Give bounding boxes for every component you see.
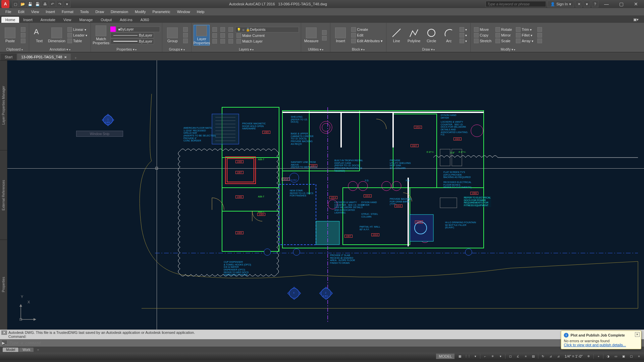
status-scale[interactable]: 1/4" = 1'-0" bbox=[562, 354, 585, 358]
qat-plot-icon[interactable]: 🖶 bbox=[42, 1, 48, 7]
draw-m1[interactable]: ▾ bbox=[458, 27, 468, 32]
panel-title-groups[interactable]: Groups ▾ bbox=[164, 47, 189, 52]
status-osnap-icon[interactable]: ◻ bbox=[506, 353, 514, 359]
fillet-button[interactable]: Fillet ▾ bbox=[515, 33, 534, 38]
help-down-icon[interactable]: ▾ bbox=[584, 1, 590, 7]
clip-more-button[interactable] bbox=[19, 38, 27, 44]
status-s1-icon[interactable]: ✲ bbox=[585, 353, 592, 359]
ribbon-tab-output[interactable]: Output bbox=[97, 17, 116, 23]
status-ortho-icon[interactable]: ⌐ bbox=[481, 353, 489, 359]
draw-m3[interactable]: ▾ bbox=[458, 38, 468, 44]
status-model[interactable]: MODEL bbox=[436, 354, 454, 359]
status-polar-icon[interactable]: ✳ bbox=[489, 353, 496, 359]
status-trans-icon[interactable]: ▤ bbox=[530, 353, 537, 359]
layer-properties-button[interactable]: Layer Properties bbox=[194, 25, 210, 46]
status-grid-icon[interactable]: ▦ bbox=[456, 353, 464, 359]
ribbon-tab-view[interactable]: View bbox=[59, 17, 75, 23]
insert-button[interactable]: Insert bbox=[332, 25, 348, 46]
close-button[interactable]: ✕ bbox=[629, 1, 643, 7]
menu-draw[interactable]: Draw bbox=[92, 10, 107, 14]
ribbon-tab-a360[interactable]: A360 bbox=[137, 17, 153, 23]
add-tab-button[interactable]: ＋ bbox=[71, 55, 79, 60]
status-qp-icon[interactable]: ▣ bbox=[620, 353, 627, 359]
table-button[interactable]: Table bbox=[66, 38, 89, 44]
draw-m2[interactable]: ▾ bbox=[458, 33, 468, 38]
side-tab-props[interactable]: Properties bbox=[0, 240, 7, 329]
util1-button[interactable] bbox=[321, 30, 328, 35]
make-current-button[interactable]: Make Current bbox=[235, 33, 266, 38]
linetype-combo[interactable]: ByLayer bbox=[110, 33, 154, 38]
menu-dimension[interactable]: Dimension bbox=[107, 10, 131, 14]
status-otrack-icon[interactable]: ∠ bbox=[514, 353, 522, 359]
layer-m2-button[interactable] bbox=[219, 39, 226, 44]
menu-edit[interactable]: Edit bbox=[15, 10, 28, 14]
menu-window[interactable]: Window bbox=[174, 10, 194, 14]
status-custom-icon[interactable]: ≡ bbox=[635, 353, 643, 359]
side-tab-xrefs[interactable]: External References bbox=[0, 150, 7, 240]
status-more1-icon[interactable]: ▾ bbox=[472, 353, 479, 359]
ribbon-tab-add-ins[interactable]: Add-ins bbox=[116, 17, 136, 23]
status-lw-icon[interactable]: ≡ bbox=[522, 353, 529, 359]
layer-uniso-button[interactable] bbox=[219, 33, 226, 38]
help-search-input[interactable] bbox=[486, 1, 546, 7]
mod-m1[interactable] bbox=[536, 27, 543, 32]
status-monitor-icon[interactable]: ◑ bbox=[604, 353, 612, 359]
dimension-button[interactable]: Dimension bbox=[49, 25, 65, 46]
groupedit-button[interactable] bbox=[182, 33, 189, 38]
panel-title-properties[interactable]: Properties ▾ bbox=[93, 47, 160, 52]
panel-title-utilities[interactable]: Utilities ▾ bbox=[303, 47, 328, 52]
maximize-button[interactable]: ▢ bbox=[614, 1, 628, 7]
util2-button[interactable] bbox=[321, 36, 328, 41]
mod-m3[interactable] bbox=[536, 38, 543, 44]
mod-m2[interactable] bbox=[536, 33, 543, 38]
copy2-button[interactable]: Copy bbox=[473, 33, 493, 38]
ribbon-tab-home[interactable]: Home bbox=[1, 17, 19, 23]
status-snap-icon[interactable]: ⋮⋮ bbox=[464, 353, 471, 359]
match-layer-button[interactable]: Match Layer bbox=[235, 39, 264, 44]
text-button[interactable]: AText bbox=[31, 25, 47, 46]
notify-close-button[interactable]: ✕ bbox=[635, 332, 640, 337]
paste-button[interactable]: Paste bbox=[2, 25, 18, 46]
qat-open-icon[interactable]: 📂 bbox=[19, 1, 26, 7]
panel-title-modify[interactable]: Modify ▾ bbox=[473, 47, 543, 52]
qat-save-icon[interactable]: 💾 bbox=[27, 1, 34, 7]
work-tab[interactable]: Work bbox=[19, 348, 34, 352]
arc-button[interactable]: Arc bbox=[441, 25, 457, 46]
panel-title-clipboard[interactable]: Clipboard bbox=[2, 47, 27, 52]
line-button[interactable]: Line bbox=[388, 25, 405, 46]
qat-redo-icon[interactable]: ↷ bbox=[56, 1, 63, 7]
layer-m1-button[interactable] bbox=[211, 39, 218, 44]
status-anno-icon[interactable]: ⊿ bbox=[547, 353, 554, 359]
file-tab-active[interactable]: 13-096-FP01-TAGS_T48✕ bbox=[17, 54, 71, 60]
panel-title-annotation[interactable]: Annotation ▾ bbox=[31, 47, 89, 52]
panel-title-layers[interactable]: Layers ▾ bbox=[194, 47, 299, 52]
status-iso-icon[interactable]: ▾ bbox=[497, 353, 504, 359]
close-tab-icon[interactable]: ✕ bbox=[64, 55, 67, 59]
lineweight-combo[interactable]: ByLayer bbox=[110, 39, 154, 44]
rotate-button[interactable]: Rotate bbox=[494, 27, 513, 32]
layer-iso-button[interactable] bbox=[211, 33, 218, 38]
menu-help[interactable]: Help bbox=[194, 10, 208, 14]
qat-saveas-icon[interactable]: 💾 bbox=[34, 1, 41, 7]
model-tab[interactable]: Model bbox=[3, 348, 18, 352]
status-units-icon[interactable]: ▭ bbox=[612, 353, 620, 359]
side-tab-layers[interactable]: Layer Properties Manager bbox=[0, 60, 7, 150]
menu-format[interactable]: Format bbox=[58, 10, 77, 14]
minimize-button[interactable]: — bbox=[600, 1, 613, 7]
measure-button[interactable]: Measure bbox=[303, 25, 319, 46]
mirror-button[interactable]: Mirror bbox=[494, 33, 513, 38]
app-icon[interactable] bbox=[1, 0, 9, 8]
stretch-button[interactable]: Stretch bbox=[473, 38, 493, 44]
match-props-button[interactable]: Match Properties bbox=[93, 25, 109, 46]
cmd-close-icon[interactable]: ✕ bbox=[1, 330, 7, 335]
ungroup-button[interactable] bbox=[182, 27, 189, 32]
start-tab[interactable]: Start bbox=[1, 54, 16, 60]
panel-title-draw[interactable]: Draw ▾ bbox=[388, 47, 468, 52]
ribbon-tab-manage[interactable]: Manage bbox=[75, 17, 97, 23]
layer-more1-button[interactable] bbox=[227, 33, 234, 38]
command-input[interactable] bbox=[9, 341, 635, 345]
ribbon-min-icon[interactable]: ▣▾ bbox=[629, 16, 643, 23]
group-button[interactable]: Group bbox=[164, 25, 180, 46]
status-annoscale-icon[interactable]: ⊿ bbox=[555, 353, 562, 359]
qat-undo-icon[interactable]: ↶ bbox=[49, 1, 56, 7]
